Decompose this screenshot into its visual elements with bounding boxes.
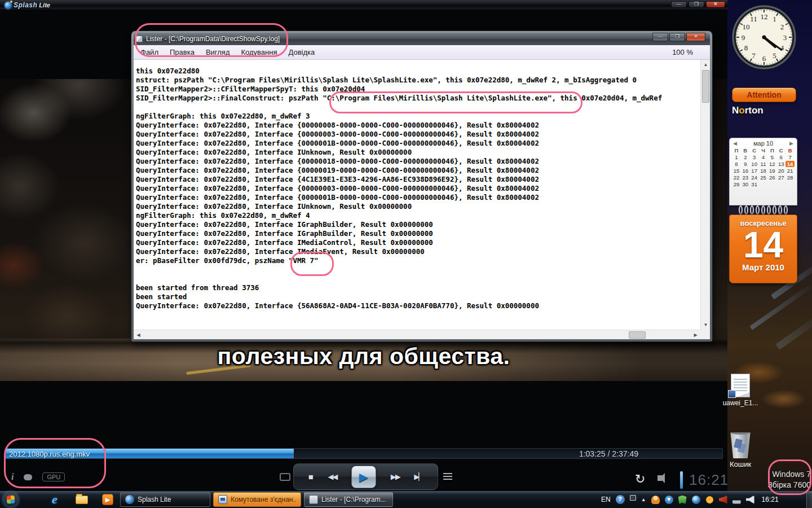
internet-explorer-icon[interactable]: e	[48, 493, 61, 506]
menu-item[interactable]: Правка	[165, 48, 199, 56]
menu-item[interactable]: Вигляд	[201, 48, 235, 56]
calendar-date[interactable]: 10	[750, 161, 759, 167]
calendar-date[interactable]: 11	[759, 161, 768, 167]
speaker-icon[interactable]	[657, 475, 662, 481]
download-tray-icon[interactable]: ▼	[665, 496, 673, 504]
calendar-date[interactable]: 29	[732, 181, 741, 187]
calendar-date[interactable]: 5	[767, 154, 776, 160]
calendar-date[interactable]	[785, 181, 795, 187]
hidden-icons-arrow[interactable]: ▲	[641, 497, 646, 502]
calendar-date[interactable]: 27	[776, 174, 785, 181]
calendar-date[interactable]: 13	[776, 161, 785, 167]
calendar-date[interactable]: 6	[776, 154, 785, 160]
language-indicator[interactable]: EN	[601, 496, 611, 503]
calendar-date[interactable]: 21	[785, 168, 795, 174]
lister-maximize-button[interactable]: ❐	[669, 33, 685, 41]
clock-gadget[interactable]: 123456789101112	[731, 2, 797, 76]
calendar-date[interactable]: 12	[767, 161, 776, 167]
play-button[interactable]: ▶	[351, 466, 376, 488]
calendar-date[interactable]: 4	[759, 154, 768, 160]
calendar-date[interactable]: 24	[750, 174, 759, 181]
calendar-date[interactable]: 22	[732, 174, 741, 181]
calendar-date[interactable]: 26	[767, 174, 776, 181]
calendar-date[interactable]: 8	[732, 161, 741, 167]
calendar-date[interactable]: 3	[750, 154, 759, 160]
calendar-date[interactable]: 31	[750, 181, 759, 187]
menu-item[interactable]: Кодування	[237, 48, 282, 56]
calendar-date[interactable]: 14	[785, 161, 795, 167]
subtitle-bubble-icon[interactable]	[24, 474, 32, 480]
start-button[interactable]	[3, 492, 19, 507]
person-tray-icon[interactable]	[651, 496, 660, 504]
calendar-date[interactable]: 16	[741, 168, 750, 174]
calendar-date[interactable]: 28	[785, 174, 795, 181]
calendar-date[interactable]: 23	[741, 174, 750, 181]
calendar-date[interactable]: 20	[776, 168, 785, 174]
calendar-date[interactable]: 30	[741, 181, 750, 187]
horn-tray-icon[interactable]	[719, 496, 727, 504]
help-icon[interactable]: ?	[616, 495, 625, 504]
taskbar-button-lister[interactable]: Lister - [C:\Program...	[304, 492, 393, 507]
player-titlebar[interactable]: Splash Lite — ❐ ✕	[0, 0, 727, 10]
menu-item[interactable]: Файл	[136, 48, 163, 56]
step-forward-button[interactable]: ▶▏	[414, 472, 423, 481]
taskbar-button-dialup[interactable]: Комутоване з'єднан...	[213, 492, 301, 507]
lister-titlebar[interactable]: Lister - [C:\ProgramData\DirectShowSpy.l…	[134, 33, 710, 45]
desktop-icon-huawei[interactable]: uawei_E1...	[721, 374, 760, 407]
next-button[interactable]: ▶▶	[391, 472, 400, 481]
volume-tray-icon[interactable]	[746, 496, 754, 504]
media-player-icon[interactable]: ▶	[102, 493, 114, 506]
network-warning-icon[interactable]	[732, 496, 741, 504]
calendar-date[interactable]	[776, 181, 785, 187]
horizontal-scrollbar[interactable]: ◀ ▶	[134, 330, 700, 339]
calendar-date[interactable]: 25	[759, 174, 768, 181]
scroll-down-icon[interactable]: ▼	[701, 320, 710, 330]
sun-tray-icon[interactable]	[705, 496, 714, 504]
show-desktop-button[interactable]	[806, 491, 812, 508]
previous-button[interactable]: ◀◀	[328, 472, 337, 481]
scroll-up-icon[interactable]: ▲	[701, 60, 710, 69]
calendar-big-day: 14	[730, 227, 797, 262]
calendar-date[interactable]: 7	[785, 154, 795, 160]
calendar-date[interactable]: 1	[732, 154, 741, 160]
playlist-icon[interactable]	[443, 473, 452, 480]
scroll-left-icon[interactable]: ◀	[134, 330, 143, 339]
vertical-scroll-thumb[interactable]	[702, 70, 709, 103]
player-close-button[interactable]: ✕	[706, 1, 725, 8]
calendar-day-header: С	[750, 147, 759, 154]
scroll-right-icon[interactable]: ▶	[691, 330, 700, 339]
volume-slider[interactable]	[680, 471, 683, 489]
calendar-date[interactable]: 2	[741, 154, 750, 160]
calendar-prev-icon[interactable]: ◀	[733, 141, 737, 146]
shield-tray-icon[interactable]	[678, 496, 687, 504]
repeat-icon[interactable]: ↻	[635, 472, 645, 487]
calendar-date[interactable]	[767, 181, 776, 187]
lister-minimize-button[interactable]: —	[652, 33, 668, 41]
calendar-date[interactable]: 17	[750, 168, 759, 174]
calendar-day-header: В	[741, 147, 750, 154]
lister-close-button[interactable]: ✕	[686, 33, 705, 41]
horizontal-scroll-thumb[interactable]	[629, 331, 646, 339]
media-info-icon[interactable]: i	[11, 472, 14, 482]
snapshot-icon[interactable]	[280, 473, 290, 481]
stop-button[interactable]: ■	[308, 472, 314, 481]
calendar-date[interactable]: 9	[741, 161, 750, 167]
menu-item[interactable]: Довідка	[284, 48, 320, 56]
calendar-gadget[interactable]: ◀ мар 10 ▶ ПВСЧПСВ1234567891011121314151…	[729, 135, 797, 283]
lister-content[interactable]: this 0x07e22d80nstruct: pszPath "C:\Prog…	[134, 60, 710, 339]
gpu-badge[interactable]: GPU	[42, 472, 65, 481]
action-center-icon[interactable]	[630, 495, 636, 501]
player-minimize-button[interactable]: —	[671, 1, 687, 8]
calendar-date[interactable]: 19	[767, 168, 776, 174]
explorer-folder-icon[interactable]	[76, 493, 88, 506]
globe-tray-icon[interactable]	[692, 496, 700, 504]
calendar-next-icon[interactable]: ▶	[789, 141, 793, 146]
vertical-scrollbar[interactable]: ▲ ▼	[700, 60, 710, 330]
calendar-date[interactable]: 18	[759, 168, 768, 174]
norton-attention-button[interactable]: Attention	[732, 87, 796, 102]
desktop-icon-recycle-bin[interactable]: Кошик	[721, 430, 760, 468]
taskbar-button-splash[interactable]: Splash Lite	[120, 492, 210, 507]
player-maximize-button[interactable]: ❐	[689, 1, 704, 8]
calendar-date[interactable]	[759, 181, 768, 187]
calendar-date[interactable]: 15	[732, 168, 741, 174]
